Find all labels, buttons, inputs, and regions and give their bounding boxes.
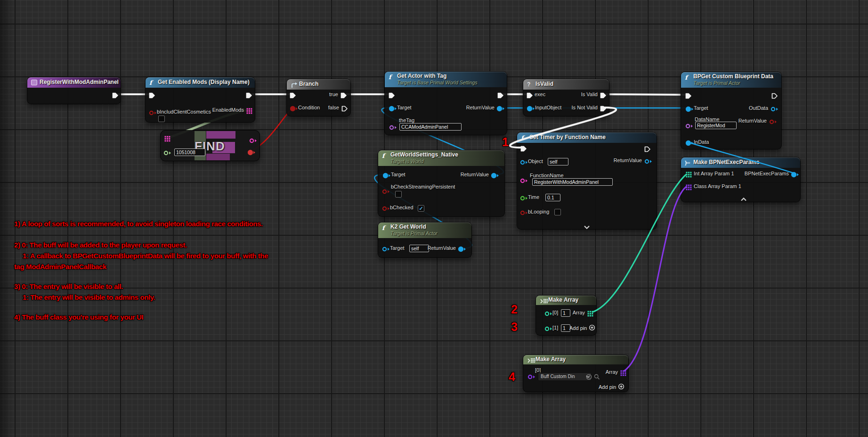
pin-is-valid-input-object[interactable] xyxy=(527,105,535,111)
chevron-down-icon[interactable] xyxy=(584,223,590,231)
pin-get-actor-with-tag-return-value[interactable] xyxy=(497,105,505,111)
pin-make-array-2-elem-0[interactable] xyxy=(527,373,535,379)
pin-make-array-2-array-out[interactable] xyxy=(620,370,628,376)
pin-is-valid-is-valid-out[interactable] xyxy=(600,92,608,98)
pin-branch-true-out[interactable] xyxy=(341,92,349,98)
pin-get-actor-with-tag-exec-out[interactable] xyxy=(497,92,505,98)
field-set-timer-by-function-name-function-name[interactable]: RegisterWithModAdminPanel xyxy=(532,178,613,186)
pin-label-is-valid-out: Is Valid xyxy=(581,91,598,98)
field-find-key-in[interactable]: 1051008 xyxy=(174,148,205,156)
pin-getworldsettings-native-b-check-streaming-persistent[interactable] xyxy=(382,188,390,194)
checkbox-getworldsettings-native-b-check-streaming-persistent[interactable] xyxy=(395,191,402,198)
pin-bpget-custom-blueprint-data-return-value[interactable] xyxy=(769,118,777,124)
checkbox-get-enabled-mods-binclud-client-cosmetics[interactable] xyxy=(158,115,165,122)
node-make-array-1[interactable]: Make Array[0]1Array[1]1Add pin xyxy=(535,295,597,336)
pin-set-timer-by-function-name-exec-in[interactable] xyxy=(520,145,528,151)
node-branch[interactable]: BranchtrueConditionfalse xyxy=(286,79,351,116)
function-icon: f xyxy=(389,74,391,80)
pin-bpget-custom-blueprint-data-exec-out[interactable] xyxy=(771,92,779,99)
function-icon: f xyxy=(685,74,688,81)
pin-label-array-out: Array xyxy=(606,369,618,375)
node-is-valid[interactable]: ?IsValidexecIs ValidInputObjectIs Not Va… xyxy=(523,79,609,116)
pin-k2-get-world-return-value[interactable] xyxy=(458,246,466,252)
make-array-icon xyxy=(540,297,548,306)
node-title: BPGet Custom Blueprint Data xyxy=(693,73,773,80)
pin-make-array-1-array-out[interactable] xyxy=(587,310,595,316)
pin-make-bpnetexecparams-bpnetexecparams-out[interactable] xyxy=(791,171,799,177)
asset-picker-icons[interactable] xyxy=(586,373,600,382)
pin-label-object: Object xyxy=(528,158,543,165)
pin-make-bpnetexecparams-class-array-param-1[interactable] xyxy=(686,184,694,190)
field-set-timer-by-function-name-object[interactable]: self xyxy=(548,158,568,165)
field-k2-get-world-target[interactable]: self xyxy=(409,245,429,252)
field-set-timer-by-function-name-time[interactable]: 0.1 xyxy=(545,194,560,201)
blueprint-graph-canvas[interactable]: RegisterWithModAdminPanelfGet Enabled Mo… xyxy=(0,0,868,437)
field-get-actor-with-tag-the-tag[interactable]: CCAModAdminPanel xyxy=(399,123,462,131)
pin-get-enabled-mods-exec-in[interactable] xyxy=(149,92,157,98)
node-k2-get-world[interactable]: fK2 Get WorldTarget is Primal ActorTarge… xyxy=(378,222,472,258)
pin-bpget-custom-blueprint-data-in-data[interactable] xyxy=(686,140,694,146)
field-make-array-1-elem-0[interactable]: 1 xyxy=(561,309,570,317)
pin-make-bpnetexecparams-int-array-param-1[interactable] xyxy=(686,171,694,177)
add-pin-button[interactable]: Add pin xyxy=(569,324,595,332)
pin-k2-get-world-target[interactable] xyxy=(382,246,390,252)
pin-set-timer-by-function-name-b-looping[interactable] xyxy=(520,209,528,215)
checkbox-set-timer-by-function-name-b-looping[interactable] xyxy=(554,209,561,215)
pin-find-array-in[interactable] xyxy=(164,135,172,141)
pin-make-array-1-elem-0[interactable] xyxy=(544,310,552,316)
pin-get-actor-with-tag-exec-in[interactable] xyxy=(389,92,397,98)
add-pin-button[interactable]: Add pin xyxy=(599,383,625,391)
pin-bpget-custom-blueprint-data-exec-in[interactable] xyxy=(685,92,693,99)
pin-bpget-custom-blueprint-data-target[interactable] xyxy=(686,106,694,112)
node-find[interactable]: FIND1051008 xyxy=(160,130,260,161)
pin-label-function-name: FunctionName xyxy=(530,172,564,179)
dropdown-make-array-2-elem-0[interactable]: Buff Custom Din xyxy=(538,372,592,381)
pin-find-key-in[interactable] xyxy=(163,149,171,156)
browse-search-icon[interactable] xyxy=(594,373,600,382)
pin-find-found-out[interactable] xyxy=(249,137,257,143)
pin-find-index-out[interactable] xyxy=(248,149,256,155)
pin-label-true-out: true xyxy=(329,91,338,98)
pin-get-actor-with-tag-target[interactable] xyxy=(389,105,397,111)
pin-bpget-custom-blueprint-data-out-data[interactable] xyxy=(771,106,779,112)
pin-bpget-custom-blueprint-data-data-name[interactable] xyxy=(685,123,693,129)
pin-label-array-out: Array xyxy=(573,309,585,316)
pin-set-timer-by-function-name-object[interactable] xyxy=(520,159,528,165)
pin-getworldsettings-native-b-checked[interactable] xyxy=(382,205,390,211)
pin-register-with-mod-admin-panel-exec-out[interactable] xyxy=(112,92,120,98)
node-bpget-custom-blueprint-data[interactable]: fBPGet Custom Blueprint DataTarget is Pr… xyxy=(681,72,782,149)
pin-getworldsettings-native-target[interactable] xyxy=(383,172,391,178)
node-get-enabled-mods[interactable]: fGet Enabled Mods (Display Name)bIncludC… xyxy=(145,77,255,123)
pin-is-valid-is-not-valid-out[interactable] xyxy=(600,105,608,111)
pin-branch-condition[interactable] xyxy=(290,105,298,111)
pin-get-actor-with-tag-the-tag[interactable] xyxy=(389,124,397,130)
pin-set-timer-by-function-name-return-value[interactable] xyxy=(644,158,652,164)
wires-overlay xyxy=(0,0,868,437)
node-set-timer-by-function-name[interactable]: fSet Timer by Function NameObjectselfRet… xyxy=(517,132,657,230)
pin-set-timer-by-function-name-time[interactable] xyxy=(520,195,528,201)
node-get-actor-with-tag[interactable]: fGet Actor with TagTarget is Base Primal… xyxy=(384,71,507,135)
use-selected-icon[interactable] xyxy=(586,373,592,382)
pin-make-array-1-elem-1[interactable] xyxy=(544,325,552,331)
field-bpget-custom-blueprint-data-data-name[interactable]: RegisterMod xyxy=(695,122,737,129)
pin-set-timer-by-function-name-exec-out[interactable] xyxy=(644,146,652,152)
node-make-bpnetexecparams[interactable]: }═Make BPNetExecParamsInt Array Param 1B… xyxy=(681,157,801,202)
pin-is-valid-exec-in[interactable] xyxy=(527,92,535,98)
node-getworldsettings-native[interactable]: fGetWorldSettings_NativeTarget is WorldT… xyxy=(378,150,505,217)
plus-circle-icon xyxy=(618,383,625,391)
checkbox-getworldsettings-native-b-checked[interactable]: ✓ xyxy=(418,205,424,212)
pin-get-enabled-mods-binclud-client-cosmetics[interactable] xyxy=(149,109,157,115)
pin-getworldsettings-native-return-value[interactable] xyxy=(491,172,499,178)
node-register-with-mod-admin-panel[interactable]: RegisterWithModAdminPanel xyxy=(27,77,121,104)
node-make-array-2[interactable]: Make Array[0]Buff Custom DinArrayAdd pin xyxy=(523,355,629,392)
pin-label-target: Target xyxy=(391,171,406,178)
node-thumbnail-stripe xyxy=(206,131,235,139)
pin-get-enabled-mods-enabled-mods[interactable] xyxy=(246,107,254,114)
field-make-array-1-elem-1[interactable]: 1 xyxy=(561,324,570,332)
pin-set-timer-by-function-name-function-name[interactable] xyxy=(520,177,528,183)
pin-branch-exec-in[interactable] xyxy=(290,92,298,98)
chevron-up-icon[interactable] xyxy=(740,195,747,203)
pin-branch-false-out[interactable] xyxy=(341,105,349,111)
node-title: IsValid xyxy=(535,81,553,87)
pin-get-enabled-mods-exec-out[interactable] xyxy=(246,92,254,98)
